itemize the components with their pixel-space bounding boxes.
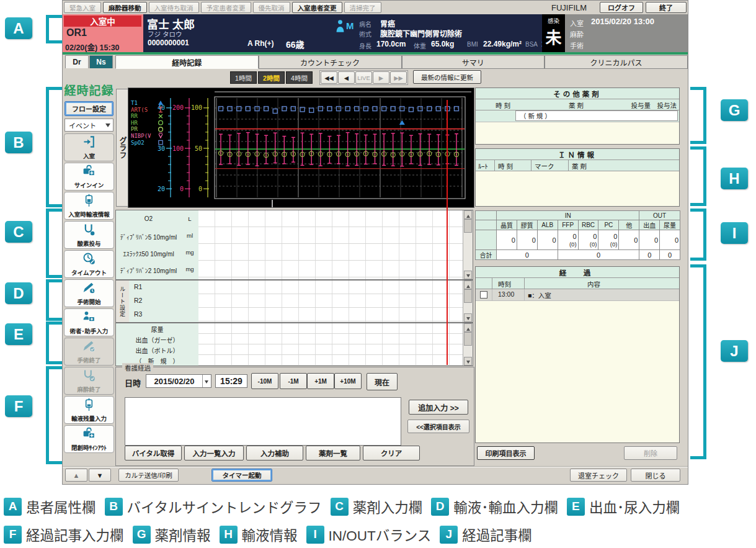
tab-item[interactable]: クリニカルパス [545, 55, 688, 69]
event-tool-signout[interactable]: 閉創時ｻｲﾝｱｳﾄ [64, 425, 114, 453]
annotation-bracket-C [46, 275, 62, 278]
medication-scrollbar[interactable] [463, 210, 473, 279]
legend-item: IIN/OUTバランス [306, 524, 432, 544]
dr-toggle[interactable]: Dr [65, 55, 89, 68]
row-checkbox[interactable] [480, 291, 487, 299]
scroll-up-icon[interactable] [464, 281, 472, 289]
timer-start-button[interactable]: タイマー起動 [211, 469, 272, 482]
time-field[interactable]: 15:29 [215, 374, 247, 388]
nav-button[interactable]: ▶ [373, 71, 389, 84]
anesthesia-label: 麻酔 [570, 29, 584, 39]
command-button[interactable]: 予定患者変更 [201, 2, 251, 13]
note-action-button[interactable]: バイタル取得 [125, 446, 182, 460]
range-button[interactable]: 4時間 [286, 71, 313, 84]
output-table[interactable]: 尿量出血（ガーゼ）出血（ボトル）（ 新 規 ） [115, 323, 473, 366]
note-textarea[interactable] [125, 397, 401, 446]
add-entry-button[interactable]: 追加入力 >> [409, 400, 468, 415]
balance-in-header: IN [497, 211, 639, 220]
annotation-letter-E: E [5, 323, 32, 345]
tab-item[interactable]: サマリ [402, 55, 545, 69]
graph-tab[interactable]: グラフ [116, 89, 129, 207]
command-button[interactable]: 清掃完了 [344, 2, 381, 13]
scroll-down-icon[interactable] [464, 357, 472, 366]
scroll-up-button[interactable]: ▲ [65, 469, 87, 482]
scroll-down-icon[interactable] [464, 313, 472, 322]
route-scrollbar[interactable] [463, 281, 473, 322]
scroll-thumb[interactable] [464, 289, 472, 303]
tab-item[interactable]: カウントチェック [259, 55, 402, 69]
route-grid[interactable] [198, 281, 463, 322]
medication-name: O2 [116, 215, 181, 222]
time-step-button[interactable]: -10M [251, 373, 278, 389]
event-tool-signin[interactable]: サインイン [64, 163, 114, 191]
note-action-button[interactable]: クリア [363, 446, 420, 460]
balance-value: 0(0) [578, 230, 598, 250]
logoff-button[interactable]: ログオフ [600, 2, 643, 13]
nav-button[interactable]: ◀◀ [321, 71, 337, 84]
note-action-button[interactable]: 入力一覧入力 [184, 446, 244, 460]
event-dropdown[interactable]: イベント [64, 119, 113, 132]
event-tool-fluidleft[interactable]: 輸液残量入力 [64, 396, 114, 424]
event-tool-opstart[interactable]: 手術開始 [64, 279, 114, 307]
note-action-button[interactable]: 入力補助 [246, 446, 303, 460]
svg-text:0: 0 [198, 186, 202, 192]
nav-button[interactable]: ◀ [338, 71, 355, 84]
medication-table[interactable]: O2Lﾃﾞｨﾌﾟﾘﾊﾞﾝ5 10mg/mlmlｴｽﾗｯｸｽ50 10mg/mlm… [115, 210, 473, 280]
scroll-thumb[interactable] [464, 219, 472, 233]
send-chart-button[interactable]: カルテ送信/印刷 [118, 469, 179, 482]
time-step-button[interactable]: -1M [280, 373, 307, 389]
time-step-button[interactable]: +10M [334, 373, 362, 389]
refresh-button[interactable]: 最新の情報に更新 [413, 70, 481, 84]
print-items-button[interactable]: 印刷項目表示 [477, 446, 535, 460]
ns-toggle[interactable]: Ns [89, 55, 113, 68]
nav-button[interactable]: LIVE [355, 71, 372, 84]
scroll-up-icon[interactable] [464, 210, 472, 219]
event-tool-oxygen[interactable]: 酸素投与 [64, 221, 114, 249]
scroll-down-icon[interactable] [464, 271, 472, 279]
nursing-note-panel: 看護経過 日時 2015/02/20 15:29 現在 追加入力 >> <<選択… [115, 367, 474, 466]
nav-button[interactable]: ▶▶ [390, 71, 407, 84]
range-button[interactable]: 2時間 [258, 71, 285, 84]
route-settings-tab[interactable]: ルート設定 [116, 281, 130, 322]
delete-button[interactable]: 削除 [624, 446, 677, 460]
command-button[interactable]: 入室患者変更 [292, 2, 342, 13]
show-selected-button[interactable]: <<選択項目表示 [407, 420, 469, 433]
tab-active[interactable]: 経時記録 [115, 55, 259, 69]
command-button[interactable]: 麻酔器移動 [103, 2, 147, 13]
event-tool-staff[interactable]: 術者･助手入力 [64, 308, 114, 336]
now-button[interactable]: 現在 [367, 373, 398, 390]
scroll-thumb[interactable] [464, 332, 472, 346]
scroll-down-button[interactable]: ▼ [89, 469, 111, 482]
command-button[interactable]: 優先取消 [253, 2, 290, 13]
legend-caption: 薬剤情報 [155, 524, 211, 544]
legend-caption: 出血･尿入力欄 [589, 496, 680, 516]
in-out-balance: INOUT晶質膠質ALBFFPRBCPC他出血尿量0000(0)0(0)0(0)… [475, 210, 680, 260]
note-action-button[interactable]: 薬剤一覧 [306, 446, 360, 460]
command-button[interactable]: 入室待ち取消 [149, 2, 199, 13]
close-button[interactable]: 閉じる [631, 469, 680, 482]
progress-row[interactable]: 13:00■：入室 [476, 289, 679, 301]
male-icon [336, 24, 345, 35]
medication-grid[interactable] [198, 210, 463, 279]
date-select[interactable]: 2015/02/20 [146, 374, 211, 388]
medication-name: ﾃﾞｨﾌﾟﾘﾊﾞﾝ2 10mg/ml [116, 266, 181, 275]
quit-button[interactable]: 終了 [646, 2, 687, 13]
output-scrollbar[interactable] [463, 323, 473, 366]
event-tool-enter[interactable]: 入室 [64, 133, 114, 161]
new-drug-row[interactable]: （ 新 規 ） [515, 110, 678, 121]
output-grid[interactable] [198, 323, 463, 366]
scroll-up-icon[interactable] [464, 323, 472, 332]
range-button[interactable]: 1時間 [230, 71, 257, 84]
patient-age: 66歳 [286, 38, 305, 50]
chevron-down-icon[interactable] [202, 375, 211, 387]
event-tool-timeout[interactable]: タイムアウト [64, 250, 114, 278]
exit-check-button[interactable]: 退室チェック [570, 469, 627, 482]
command-button[interactable]: 緊急入室 [64, 2, 101, 13]
time-step-button[interactable]: +1M [307, 373, 334, 389]
annotation-bracket-G [690, 141, 706, 144]
other-drug-title: その他薬剤 [476, 88, 679, 99]
event-tool-infusion[interactable]: 入室時輸液情報 [64, 192, 114, 220]
flow-settings-button[interactable]: フロー設定 [64, 101, 113, 116]
route-table[interactable]: ルート設定 R1R2R3 [115, 280, 473, 323]
row-divider [198, 307, 463, 308]
